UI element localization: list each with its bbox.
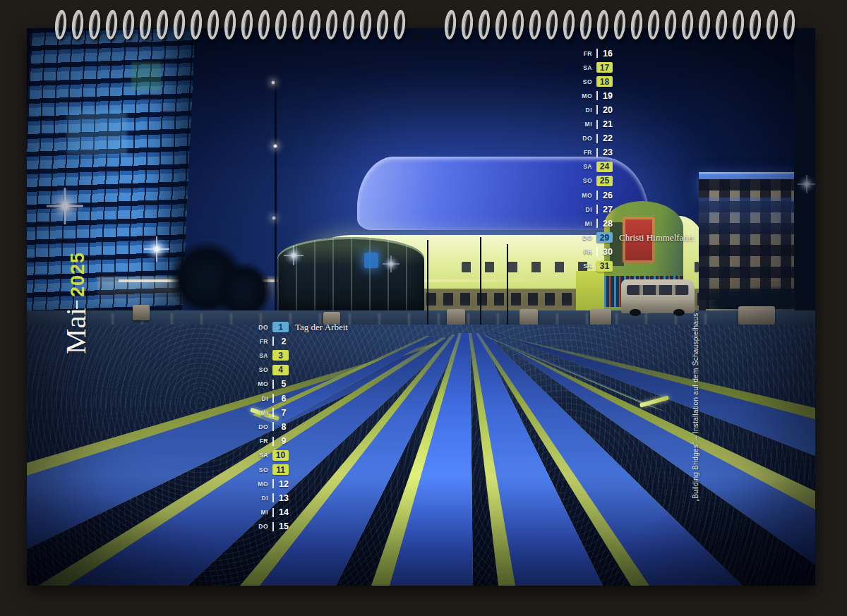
- binding-ring: [562, 9, 576, 40]
- binding-ring: [647, 9, 661, 40]
- weekday-label: MI: [578, 121, 592, 128]
- weekday-label: MO: [578, 192, 592, 199]
- calendar-day-row: SA24: [578, 161, 613, 172]
- day-number: 30: [601, 247, 614, 257]
- day-number: 26: [601, 191, 614, 200]
- binding-ring: [630, 9, 644, 40]
- calendar-day-row: SA31: [578, 260, 613, 272]
- holiday-label: Christi Himmelfahrt: [619, 232, 694, 243]
- weekday-label: DI: [578, 107, 592, 114]
- binding-ring: [155, 9, 169, 40]
- binding-ring: [596, 9, 610, 40]
- binding-ring: [731, 9, 745, 40]
- binding-ring: [104, 9, 119, 40]
- binding-ring: [680, 9, 695, 40]
- calendar-day-row: SO25: [578, 175, 613, 186]
- binding-ring: [325, 9, 339, 40]
- binding-ring: [172, 9, 186, 40]
- calendar-day-row: FR30: [578, 246, 614, 258]
- day-highlight: 18: [596, 76, 613, 87]
- day-separator: [596, 148, 598, 157]
- weekday-label: MI: [578, 220, 592, 227]
- calendar-overlay: 2025 Mai „Building Bridges“ – Installati…: [27, 28, 815, 586]
- binding-ring: [376, 9, 390, 40]
- day-number: 28: [601, 219, 614, 229]
- binding-ring: [748, 9, 762, 40]
- weekday-label: SO: [578, 177, 592, 184]
- binding-ring: [342, 9, 356, 40]
- binding-ring: [714, 9, 728, 40]
- binding-ring: [477, 9, 491, 40]
- day-number: 22: [601, 133, 614, 143]
- binding-ring: [460, 9, 474, 40]
- binding-ring: [138, 9, 152, 40]
- binding-ring: [392, 9, 407, 40]
- binding-ring: [782, 9, 796, 40]
- calendar-day-row: DI27: [578, 204, 614, 215]
- binding-ring: [613, 9, 627, 40]
- weekday-label: FR: [578, 149, 592, 156]
- day-number: 23: [601, 147, 614, 157]
- day-separator: [596, 105, 598, 114]
- binding-ring: [765, 9, 779, 40]
- weekday-label: FR: [578, 248, 592, 255]
- binding-ring: [443, 9, 457, 40]
- day-separator: [596, 247, 598, 256]
- calendar-day-row: MI28: [578, 218, 614, 229]
- weekday-label: SO: [578, 78, 592, 85]
- weekday-label: DO: [578, 135, 592, 142]
- day-highlight: 17: [596, 62, 613, 73]
- binding-ring: [663, 9, 678, 40]
- binding-ring: [88, 9, 102, 40]
- day-separator: [596, 205, 598, 214]
- day-highlight: 25: [596, 176, 613, 186]
- day-separator: [596, 219, 598, 228]
- binding-ring: [274, 9, 288, 40]
- binding-ring: [206, 9, 220, 40]
- day-number: 19: [601, 91, 614, 101]
- weekday-label: SA: [578, 262, 592, 270]
- binding-ring: [528, 9, 542, 40]
- weekday-label: DO: [578, 234, 592, 241]
- binding-ring: [291, 9, 305, 40]
- calendar-day-row: MI21: [578, 119, 614, 130]
- calendar-day-row: FR23: [578, 147, 614, 158]
- day-number: 21: [601, 119, 614, 129]
- day-number: 20: [601, 105, 614, 115]
- weekday-label: SA: [578, 163, 592, 170]
- binding-ring: [545, 9, 559, 40]
- calendar-day-row: MO26: [578, 190, 614, 201]
- binding-ring: [494, 9, 508, 40]
- binding-ring: [54, 9, 68, 40]
- day-separator: [596, 120, 598, 129]
- binding-ring: [511, 9, 525, 40]
- calendar-day-row: DO22: [578, 133, 614, 144]
- right-date-column: FR16SA17SO18MO19DI20MI21DO22FR23SA24SO25…: [27, 28, 815, 586]
- day-separator: [596, 91, 598, 100]
- weekday-label: DI: [578, 206, 592, 213]
- binding-ring: [121, 9, 136, 40]
- binding-ring: [223, 9, 237, 40]
- calendar-day-row: DO29Christi Himmelfahrt: [578, 232, 694, 243]
- binding-ring: [579, 9, 593, 40]
- binding-ring: [240, 9, 254, 40]
- calendar-day-row: SO18: [578, 76, 613, 87]
- binding-ring: [71, 9, 85, 40]
- spiral-binding: [0, 0, 847, 64]
- binding-ring: [697, 9, 711, 40]
- day-highlight: 29: [596, 232, 613, 243]
- binding-ring: [308, 9, 322, 40]
- day-number: 27: [601, 205, 614, 215]
- day-highlight: 31: [596, 261, 613, 272]
- day-highlight: 24: [596, 162, 613, 172]
- weekday-label: MO: [578, 92, 592, 99]
- binding-ring: [189, 9, 203, 40]
- day-separator: [596, 134, 598, 143]
- binding-ring: [359, 9, 373, 40]
- calendar-day-row: DI20: [578, 104, 614, 116]
- calendar-page: 2025 Mai „Building Bridges“ – Installati…: [27, 28, 815, 586]
- weekday-label: SA: [578, 64, 592, 71]
- day-separator: [596, 191, 598, 200]
- binding-ring: [257, 9, 271, 40]
- calendar-day-row: MO19: [578, 90, 614, 102]
